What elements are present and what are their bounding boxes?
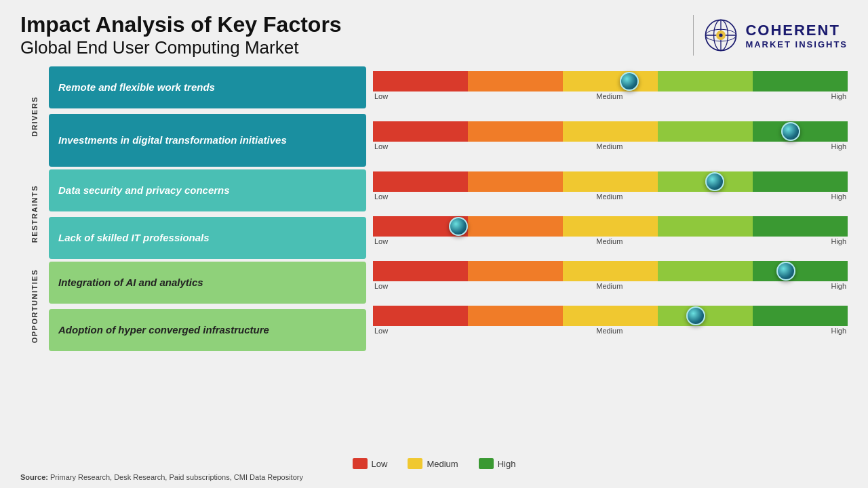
category-label-col-opportunities: OPPORTUNITIES: [20, 262, 49, 351]
logo-globe-icon: [703, 18, 738, 53]
factor-cell-opportunities-0: Integration of AI and analytics: [49, 262, 366, 304]
factor-rows-opportunities: Integration of AI and analyticsAdoption …: [49, 262, 366, 351]
category-label-drivers: DRIVERS: [31, 96, 39, 136]
seg-red: [373, 261, 468, 281]
seg-yellow: [563, 261, 658, 281]
legend-label-high: High: [498, 459, 516, 469]
left-labels: DRIVERSRemote and flexible work trendsIn…: [20, 66, 366, 454]
bar-segments-opportunities-1: [373, 306, 848, 326]
seg-green: [753, 216, 848, 237]
bar-row-opportunities-1: LowMediumHigh: [373, 301, 848, 343]
factor-text-restraints-1: Lack of skilled IT professionals: [58, 231, 210, 245]
bar-outer-opportunities-1: LowMediumHigh: [373, 306, 848, 338]
bar-labels-drivers-0: LowMediumHigh: [373, 92, 848, 100]
bar-outer-restraints-1: LowMediumHigh: [373, 216, 848, 248]
logo-divider: [693, 15, 694, 56]
logo-market-text: MARKET INSIGHTS: [745, 39, 848, 49]
seg-red: [373, 171, 468, 192]
bar-label-high: High: [831, 92, 846, 100]
seg-orange: [468, 121, 563, 142]
bar-label-high: High: [831, 192, 846, 201]
bar-row-drivers-1: LowMediumHigh: [373, 111, 848, 164]
legend-row: LowMediumHigh: [20, 458, 848, 469]
category-label-col-drivers: DRIVERS: [20, 66, 49, 167]
bar-outer-drivers-0: LowMediumHigh: [373, 71, 848, 103]
bar-row-drivers-0: LowMediumHigh: [373, 66, 848, 108]
legend-label-medium: Medium: [427, 459, 458, 469]
indicator-drivers-0: [620, 72, 639, 91]
factor-rows-restraints: Data security and privacy concernsLack o…: [49, 169, 366, 259]
indicator-drivers-1: [781, 122, 800, 141]
indicator-restraints-0: [705, 172, 724, 191]
seg-light-green: [658, 121, 753, 142]
factor-cell-restraints-1: Lack of skilled IT professionals: [49, 217, 366, 259]
bar-label-low: Low: [374, 92, 388, 100]
indicator-opportunities-1: [686, 306, 705, 325]
legend-swatch-low: [353, 458, 368, 469]
bar-outer-drivers-1: LowMediumHigh: [373, 121, 848, 153]
seg-orange: [468, 306, 563, 326]
bar-labels-opportunities-1: LowMediumHigh: [373, 327, 848, 335]
seg-orange: [468, 171, 563, 192]
bar-label-low: Low: [374, 192, 388, 201]
right-bars: LowMediumHighLowMediumHighLowMediumHighL…: [366, 66, 848, 454]
factor-cell-drivers-0: Remote and flexible work trends: [49, 66, 366, 108]
legend-label-low: Low: [372, 459, 388, 469]
legend-swatch-high: [479, 458, 494, 469]
seg-red: [373, 71, 468, 92]
bar-row-restraints-1: LowMediumHigh: [373, 211, 848, 253]
sub-title: Global End User Computing Market: [20, 37, 342, 58]
bar-labels-restraints-0: LowMediumHigh: [373, 192, 848, 201]
seg-red: [373, 121, 468, 142]
source-text: Primary Research, Desk Research, Paid su…: [50, 473, 303, 481]
bar-labels-opportunities-0: LowMediumHigh: [373, 282, 848, 290]
factor-cell-restraints-0: Data security and privacy concerns: [49, 169, 366, 211]
logo-block: COHERENT MARKET INSIGHTS: [693, 12, 848, 56]
indicator-opportunities-0: [776, 262, 795, 281]
legend-item-medium: Medium: [408, 458, 458, 469]
seg-yellow: [563, 306, 658, 326]
factor-text-drivers-1: Investments in digital transformation in…: [58, 134, 287, 147]
bar-label-low: Low: [374, 282, 388, 290]
factor-text-opportunities-1: Adoption of hyper converged infrastructu…: [58, 323, 269, 337]
bar-label-low: Low: [374, 327, 388, 335]
bar-segments-restraints-0: [373, 171, 848, 192]
seg-light-green: [658, 306, 753, 326]
factor-text-restraints-0: Data security and privacy concerns: [58, 184, 230, 197]
seg-yellow: [563, 71, 658, 92]
bar-label-medium: Medium: [596, 92, 623, 100]
bar-group-restraints: LowMediumHighLowMediumHigh: [373, 167, 848, 253]
bar-group-opportunities: LowMediumHighLowMediumHigh: [373, 256, 848, 343]
seg-light-green: [658, 71, 753, 92]
bar-label-high: High: [831, 282, 846, 290]
factor-cell-drivers-1: Investments in digital transformation in…: [49, 114, 366, 167]
bar-label-medium: Medium: [596, 327, 623, 335]
factor-cell-opportunities-1: Adoption of hyper converged infrastructu…: [49, 309, 366, 351]
bar-labels-restraints-1: LowMediumHigh: [373, 237, 848, 245]
bar-segments-drivers-1: [373, 121, 848, 142]
bar-label-medium: Medium: [596, 192, 623, 201]
bar-label-medium: Medium: [596, 142, 623, 150]
indicator-restraints-1: [449, 217, 468, 236]
seg-light-green: [658, 216, 753, 237]
bar-group-drivers: LowMediumHighLowMediumHigh: [373, 66, 848, 164]
seg-green: [753, 121, 848, 142]
bar-label-low: Low: [374, 142, 388, 150]
main-title: Impact Analysis of Key Factors: [20, 12, 342, 37]
seg-yellow: [563, 121, 658, 142]
bar-outer-restraints-0: LowMediumHigh: [373, 171, 848, 203]
seg-yellow: [563, 171, 658, 192]
bar-segments-drivers-0: [373, 71, 848, 92]
bar-label-medium: Medium: [596, 237, 623, 245]
seg-red: [373, 306, 468, 326]
seg-light-green: [658, 261, 753, 281]
bar-label-high: High: [831, 142, 846, 150]
category-label-col-restraints: RESTRAINTS: [20, 169, 49, 259]
bar-label-medium: Medium: [596, 282, 623, 290]
logo-text-block: COHERENT MARKET INSIGHTS: [745, 22, 848, 49]
category-label-opportunities: OPPORTUNITIES: [31, 269, 39, 343]
seg-green: [753, 306, 848, 326]
svg-point-6: [719, 33, 723, 37]
bar-label-low: Low: [374, 237, 388, 245]
factor-text-drivers-0: Remote and flexible work trends: [58, 81, 215, 94]
